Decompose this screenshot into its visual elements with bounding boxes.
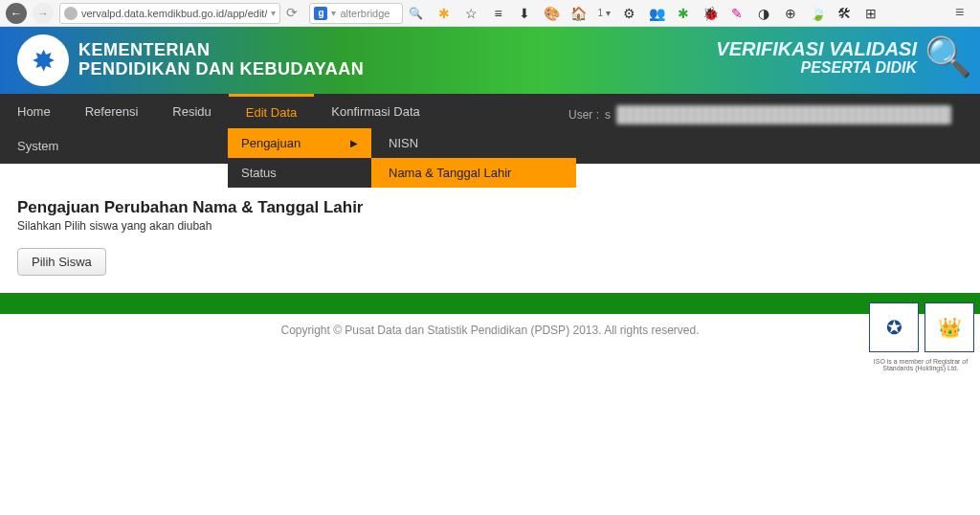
bookmark-icon[interactable]: 🍃 bbox=[810, 6, 825, 21]
search-text: alterbridge bbox=[340, 8, 390, 19]
bookmark-icon[interactable]: ✎ bbox=[729, 6, 745, 21]
url-bar[interactable]: vervalpd.data.kemdikbud.go.id/app/edit/ … bbox=[59, 3, 280, 24]
menu-pengajuan[interactable]: Pengajuan ▶ bbox=[228, 128, 371, 158]
copyright-text: Copyright © Pusat Data dan Statistik Pen… bbox=[0, 314, 980, 347]
bookmark-icon[interactable]: ☆ bbox=[463, 6, 479, 21]
cert-subtext: ISO is a member of Registrar of Standard… bbox=[867, 358, 974, 371]
bookmark-icon[interactable]: 🛠 bbox=[836, 6, 852, 21]
bookmark-icon[interactable]: 🎨 bbox=[544, 6, 559, 21]
search-engine-icon: g bbox=[314, 7, 327, 20]
nav-home[interactable]: Home bbox=[0, 94, 68, 128]
engine-dropdown-icon[interactable]: ▾ bbox=[331, 8, 336, 18]
pengajuan-submenu: NISN Nama & Tanggal Lahir bbox=[371, 128, 576, 188]
page-title: Pengajuan Perubahan Nama & Tanggal Lahir bbox=[17, 198, 963, 217]
banner-right-line2: PESERTA DIDIK bbox=[716, 59, 917, 77]
bookmark-icon[interactable]: ⊞ bbox=[863, 6, 879, 21]
search-icon[interactable]: 🔍 bbox=[409, 7, 423, 20]
submenu-nisn[interactable]: NISN bbox=[371, 128, 576, 158]
bookmark-icon[interactable]: ✱ bbox=[436, 6, 452, 21]
bookmark-text[interactable]: 1 ▾ bbox=[597, 8, 610, 18]
bookmark-icon[interactable]: ⚙ bbox=[622, 6, 637, 21]
search-person-icon: 🔍 bbox=[924, 34, 972, 79]
bookmark-icon[interactable]: ⊕ bbox=[783, 6, 798, 21]
nav-system[interactable]: System bbox=[0, 129, 76, 164]
forward-button[interactable]: → bbox=[33, 3, 54, 24]
reload-button[interactable]: ⟳ bbox=[286, 5, 303, 22]
globe-icon bbox=[64, 7, 78, 20]
url-text: vervalpd.data.kemdikbud.go.id/app/edit/ bbox=[81, 8, 267, 19]
redacted-user bbox=[616, 105, 951, 124]
menu-status[interactable]: Status bbox=[228, 158, 371, 188]
header-banner: ✸ KEMENTERIAN PENDIDIKAN DAN KEBUDAYAAN … bbox=[0, 27, 980, 94]
cert-badge-2: 👑 bbox=[924, 302, 974, 352]
bookmark-bar: ✱ ☆ ≡ ⬇ 🎨 🏠 1 ▾ ⚙ 👥 ✱ 🐞 ✎ ◑ ⊕ 🍃 🛠 ⊞ bbox=[436, 6, 878, 21]
bookmark-icon[interactable]: ≡ bbox=[490, 6, 505, 21]
user-info: User : s bbox=[568, 105, 951, 124]
bookmark-icon[interactable]: 🐞 bbox=[702, 6, 718, 21]
pilih-siswa-button[interactable]: Pilih Siswa bbox=[17, 248, 106, 276]
submenu-nama-tgl[interactable]: Nama & Tanggal Lahir bbox=[371, 158, 576, 188]
url-dropdown-icon[interactable]: ▾ bbox=[271, 8, 276, 18]
bookmark-icon[interactable]: ◑ bbox=[756, 6, 771, 21]
chevron-right-icon: ▶ bbox=[350, 138, 358, 148]
nav-referensi[interactable]: Referensi bbox=[68, 94, 156, 128]
back-button[interactable]: ← bbox=[6, 3, 27, 24]
nav-residu[interactable]: Residu bbox=[155, 94, 228, 128]
certification-badges: ✪ 👑 bbox=[869, 302, 974, 352]
nav-edit-data[interactable]: Edit Data bbox=[229, 94, 314, 128]
editdata-dropdown: Pengajuan ▶ Status bbox=[228, 128, 371, 188]
ministry-title: KEMENTERIAN PENDIDIKAN DAN KEBUDAYAAN bbox=[78, 41, 364, 79]
browser-toolbar: ← → vervalpd.data.kemdikbud.go.id/app/ed… bbox=[0, 0, 980, 27]
bookmark-icon[interactable]: 🏠 bbox=[570, 6, 586, 21]
bookmark-icon[interactable]: ⬇ bbox=[517, 6, 532, 21]
bookmark-icon[interactable]: ✱ bbox=[676, 6, 691, 21]
search-box[interactable]: g ▾ alterbridge bbox=[309, 3, 403, 24]
menu-button[interactable]: ≡ bbox=[955, 4, 974, 23]
page-subtitle: Silahkan Pilih siswa yang akan diubah bbox=[17, 219, 963, 233]
nav-konfirmasi[interactable]: Konfirmasi Data bbox=[314, 94, 436, 128]
bookmark-icon[interactable]: 👥 bbox=[649, 6, 664, 21]
banner-right-line1: VERIFIKASI VALIDASI bbox=[716, 38, 917, 59]
logo-icon: ✸ bbox=[17, 34, 69, 86]
cert-badge-1: ✪ bbox=[869, 302, 919, 352]
footer-green-bar bbox=[0, 293, 980, 314]
